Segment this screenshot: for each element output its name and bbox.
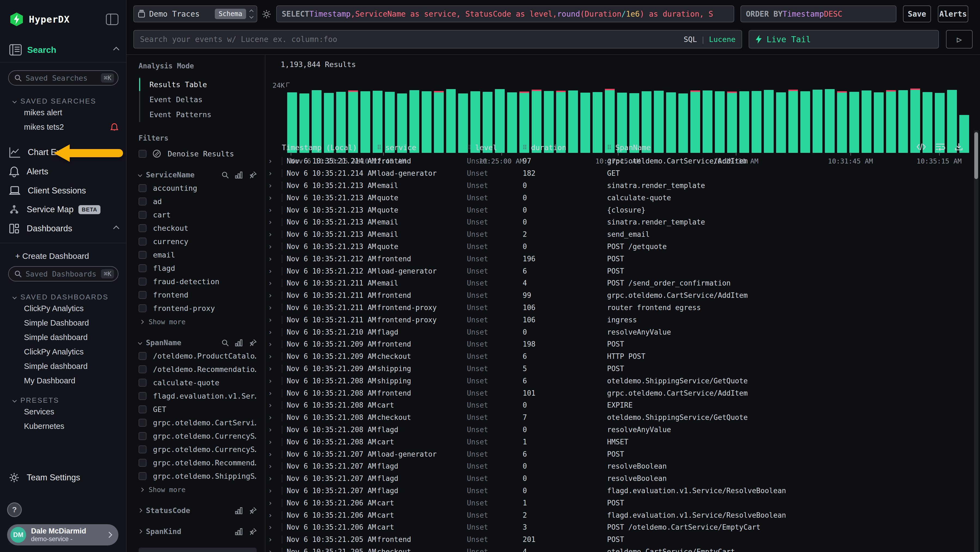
- expand-row-icon[interactable]: ›: [268, 377, 282, 385]
- expand-row-icon[interactable]: ›: [268, 194, 282, 202]
- source-selector[interactable]: Demo Traces Schema: [134, 5, 257, 22]
- filter-checkbox-item[interactable]: flagd.evaluation.v1.Ser…: [138, 392, 257, 400]
- filter-checkbox-item[interactable]: grpc.oteldemo.ShippingS…: [138, 472, 257, 480]
- expand-row-icon[interactable]: ›: [268, 255, 282, 263]
- expand-row-icon[interactable]: ›: [268, 303, 282, 312]
- bar-chart-icon[interactable]: [235, 339, 243, 346]
- help-button[interactable]: ?: [7, 503, 22, 517]
- table-row[interactable]: › Nov 6 10:35:21.208 AM flagd Unset 0 re…: [268, 424, 975, 436]
- pin-icon[interactable]: [249, 507, 257, 514]
- live-tail-button[interactable]: Live Tail: [749, 30, 939, 48]
- expand-row-icon[interactable]: ›: [268, 352, 282, 361]
- table-row[interactable]: › Nov 6 10:35:21.211 AM email Unset 4 PO…: [268, 277, 975, 289]
- filter-checkbox-item[interactable]: email: [138, 250, 257, 259]
- expand-row-icon[interactable]: ›: [268, 279, 282, 287]
- more-filters-button[interactable]: More filters: [138, 548, 257, 552]
- sidebar-item-service-map[interactable]: Service Map BETA: [0, 201, 126, 218]
- filter-checkbox-item[interactable]: cart: [138, 211, 257, 219]
- scrollbar-thumb[interactable]: [974, 132, 978, 179]
- table-row[interactable]: › Nov 6 10:35:21.206 AM cart Unset 1 POS…: [268, 497, 975, 509]
- filter-checkbox-item[interactable]: grpc.oteldemo.CartServi…: [138, 418, 257, 427]
- filter-checkbox-item[interactable]: /oteldemo.Recommendatio…: [138, 365, 257, 373]
- spanname-show-more[interactable]: Show more: [140, 486, 257, 494]
- expand-row-icon[interactable]: ›: [268, 291, 282, 300]
- checkbox[interactable]: [138, 365, 146, 373]
- saved-dashboard-item[interactable]: Simple dashboard: [0, 359, 126, 373]
- column-header-timestamp[interactable]: Timestamp (Local): [282, 143, 377, 152]
- checkbox[interactable]: [138, 238, 146, 246]
- filter-checkbox-item[interactable]: checkout: [138, 224, 257, 232]
- table-row[interactable]: › Nov 6 10:35:21.208 AM cart Unset 0 EXP…: [268, 399, 975, 412]
- filter-checkbox-item[interactable]: grpc.oteldemo.CurrencyS…: [138, 432, 257, 440]
- column-header-spanname[interactable]: ⠿ SpanName: [607, 143, 975, 152]
- filter-group-servicename[interactable]: ServiceName: [138, 171, 257, 179]
- expand-row-icon[interactable]: ›: [268, 535, 282, 544]
- table-row[interactable]: › Nov 6 10:35:21.213 AM email Unset 2 se…: [268, 228, 975, 241]
- search-icon[interactable]: [221, 339, 229, 346]
- filter-checkbox-item[interactable]: calculate-quote: [138, 378, 257, 387]
- expand-row-icon[interactable]: ›: [268, 523, 282, 531]
- search-events-input[interactable]: Search your events w/ Lucene ex. column:…: [134, 30, 742, 48]
- saved-dashboard-item[interactable]: Simple Dashboard: [0, 316, 126, 330]
- expand-row-icon[interactable]: ›: [268, 230, 282, 238]
- expand-row-icon[interactable]: ›: [268, 218, 282, 226]
- expand-row-icon[interactable]: ›: [268, 499, 282, 507]
- table-row[interactable]: › Nov 6 10:35:21.212 AM frontend Unset 1…: [268, 252, 975, 265]
- drag-handle-icon[interactable]: ⠿: [467, 144, 471, 151]
- sidebar-collapse-icon[interactable]: [106, 14, 118, 25]
- filter-checkbox-item[interactable]: grpc.oteldemo.CurrencyS…: [138, 445, 257, 454]
- source-settings-gear-icon[interactable]: [262, 9, 271, 19]
- table-row[interactable]: › Nov 6 10:35:21.212 AM load-generator U…: [268, 265, 975, 277]
- table-row[interactable]: › Nov 6 10:35:21.211 AM frontend Unset 9…: [268, 289, 975, 302]
- bar-chart-icon[interactable]: [235, 528, 243, 535]
- filter-checkbox-item[interactable]: flagd: [138, 264, 257, 273]
- expand-row-icon[interactable]: ›: [268, 450, 282, 458]
- expand-row-icon[interactable]: ›: [268, 157, 282, 165]
- servicename-show-more[interactable]: Show more: [140, 318, 257, 326]
- bar-chart-icon[interactable]: [235, 507, 243, 514]
- play-button[interactable]: ▷: [946, 30, 973, 48]
- saved-dashboards-group-header[interactable]: SAVED DASHBOARDS: [13, 293, 118, 302]
- preset-item[interactable]: Kubernetes: [0, 419, 126, 434]
- filter-checkbox-item[interactable]: frontend-proxy: [138, 304, 257, 313]
- expand-row-icon[interactable]: ›: [268, 316, 282, 324]
- preset-item[interactable]: Services: [0, 405, 126, 419]
- checkbox[interactable]: [138, 392, 146, 400]
- save-button[interactable]: Save: [903, 5, 931, 22]
- saved-search-item[interactable]: mikes tets2: [0, 120, 126, 134]
- table-row[interactable]: › Nov 6 10:35:21.209 AM checkout Unset 6…: [268, 350, 975, 363]
- saved-dashboard-item[interactable]: Simple dashboard: [0, 330, 126, 345]
- table-row[interactable]: › Nov 6 10:35:21.208 AM checkout Unset 7…: [268, 412, 975, 424]
- checkbox[interactable]: [138, 198, 146, 206]
- checkbox[interactable]: [138, 419, 146, 427]
- table-row[interactable]: › Nov 6 10:35:21.207 AM load-generator U…: [268, 448, 975, 460]
- mode-lucene[interactable]: Lucene: [709, 35, 735, 44]
- saved-searches-input[interactable]: Saved Searches ⌘K: [8, 70, 118, 86]
- saved-dashboards-input[interactable]: Saved Dashboards ⌘K: [8, 266, 118, 281]
- table-row[interactable]: › Nov 6 10:35:21.211 AM frontend-proxy U…: [268, 314, 975, 326]
- table-row[interactable]: › Nov 6 10:35:21.211 AM frontend-proxy U…: [268, 302, 975, 314]
- expand-row-icon[interactable]: ›: [268, 511, 282, 519]
- expand-row-icon[interactable]: ›: [268, 413, 282, 421]
- expand-row-icon[interactable]: ›: [268, 438, 282, 446]
- table-row[interactable]: › Nov 6 10:35:21.207 AM flagd Unset 0 re…: [268, 460, 975, 472]
- checkbox[interactable]: [138, 184, 146, 192]
- column-header-service[interactable]: ⠿ service: [377, 143, 467, 152]
- filter-checkbox-item[interactable]: currency: [138, 237, 257, 246]
- checkbox[interactable]: [138, 432, 146, 440]
- saved-dashboard-item[interactable]: ClickPy Analytics: [0, 345, 126, 359]
- table-row[interactable]: › Nov 6 10:35:21.208 AM frontend Unset 1…: [268, 387, 975, 399]
- table-row[interactable]: › Nov 6 10:35:21.209 AM shipping Unset 5…: [268, 363, 975, 375]
- table-row[interactable]: › Nov 6 10:35:21.214 AM load-generator U…: [268, 167, 975, 180]
- table-row[interactable]: › Nov 6 10:35:21.206 AM cart Unset 3 POS…: [268, 521, 975, 533]
- analysis-mode-option[interactable]: Event Deltas: [140, 92, 257, 107]
- table-row[interactable]: › Nov 6 10:35:21.213 AM quote Unset 0 {c…: [268, 204, 975, 216]
- saved-searches-group-header[interactable]: SAVED SEARCHES: [13, 97, 118, 105]
- filter-checkbox-item[interactable]: GET: [138, 405, 257, 413]
- expand-row-icon[interactable]: ›: [268, 169, 282, 177]
- checkbox[interactable]: [138, 211, 146, 219]
- table-row[interactable]: › Nov 6 10:35:21.213 AM quote Unset 0 PO…: [268, 241, 975, 253]
- saved-dashboard-item[interactable]: My Dashboard: [0, 373, 126, 388]
- table-row[interactable]: › Nov 6 10:35:21.214 AM frontend Unset 9…: [268, 155, 975, 167]
- expand-row-icon[interactable]: ›: [268, 328, 282, 336]
